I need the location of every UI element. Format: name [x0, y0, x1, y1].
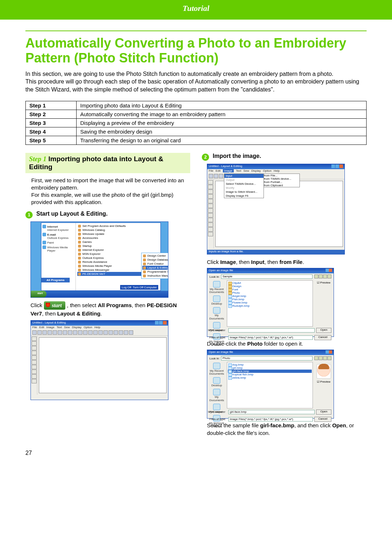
- content: Automatically Converting a Photo to an E…: [0, 36, 392, 439]
- page-footer: 27: [0, 439, 392, 460]
- step-heading: Step 1 Importing photo data into Layout …: [25, 153, 190, 173]
- right-column: 2 Import the image. Untitled - Layout & …: [202, 153, 367, 439]
- table-row: Step 2Automatically converting the image…: [26, 110, 367, 118]
- screenshot-start-menu: InternetInternet Explorer E-mailOutlook …: [30, 221, 168, 298]
- minimize-icon: [155, 321, 159, 325]
- step-title: Importing photo data into Layout & Editi…: [29, 155, 163, 171]
- minimize-icon: [331, 164, 335, 168]
- start-button-inline: start: [44, 301, 66, 310]
- screenshot-open-dialog-sample: Open an image file Look in: Sample My Re…: [207, 268, 334, 337]
- open-button: Open: [316, 410, 331, 415]
- sub2-title: Import the image.: [213, 153, 261, 159]
- sub1-title: Start up Layout & Editing.: [36, 211, 107, 217]
- cancel-button: Cancel: [314, 335, 331, 340]
- table-row: Step 4Saving the embroidery design: [26, 127, 367, 136]
- instr-select-file: Select the sample file girl-face.bmp, an…: [207, 421, 367, 437]
- bullet-2: 2: [202, 154, 209, 161]
- page-number: 27: [25, 450, 32, 456]
- close-icon: [163, 321, 167, 325]
- steps-table: Step 1Importing photo data into Layout &…: [25, 101, 367, 145]
- screenshot-open-dialog-photo: Open an image file Look in: Photo My Rec…: [207, 350, 334, 419]
- instr-start: Click start , then select All Programs, …: [30, 301, 190, 318]
- table-row: Step 3Displaying a preview of the embroi…: [26, 118, 367, 127]
- all-programs: All Programs: [41, 278, 70, 282]
- bullet-1: 1: [25, 211, 33, 219]
- help-icon: [326, 350, 329, 354]
- screenshot-image-input-menu: Untitled - Layout & Editing FileEditImag…: [207, 164, 345, 254]
- input-submenu: from File... from TWAIN device... from P…: [264, 174, 300, 187]
- close-icon: [339, 164, 343, 168]
- close-icon: [329, 269, 332, 272]
- step-number: Step 1: [29, 155, 46, 163]
- left-column: Step 1 Importing photo data into Layout …: [25, 153, 190, 439]
- preview-face-image: [317, 364, 331, 379]
- body-p2: For this example, we will use the photo …: [31, 191, 190, 206]
- body-p1: First, we need to import the image that …: [31, 177, 190, 192]
- dialog-nav-icons: [314, 356, 331, 361]
- dialog-nav-icons: [314, 274, 331, 279]
- top-rule: [25, 30, 367, 31]
- page-title: Automatically Converting a Photo to an E…: [25, 36, 367, 66]
- maximize-icon: [335, 164, 339, 168]
- table-row: Step 1Importing photo data into Layout &…: [26, 101, 367, 110]
- header-bar: Tutorial: [0, 0, 392, 20]
- intro-paragraph: In this section, we are going to use the…: [25, 70, 367, 94]
- cancel-button: Cancel: [314, 417, 331, 422]
- instr-image-input: Click Image, then Input, then from File.: [207, 258, 367, 266]
- close-icon: [329, 350, 332, 354]
- open-button: Open: [316, 328, 331, 333]
- table-row: Step 5Transferring the design to an orig…: [26, 136, 367, 144]
- screenshot-layout-editing-blank: Untitled - Layout & Editing FileEditImag…: [30, 320, 168, 400]
- help-icon: [326, 269, 329, 272]
- maximize-icon: [159, 321, 163, 325]
- image-menu-dropdown: Input Output Select TWAIN Device... Modi…: [224, 174, 264, 198]
- start-button-icon: start: [31, 291, 46, 297]
- status-bar: Inputs an image from a file.: [207, 250, 344, 254]
